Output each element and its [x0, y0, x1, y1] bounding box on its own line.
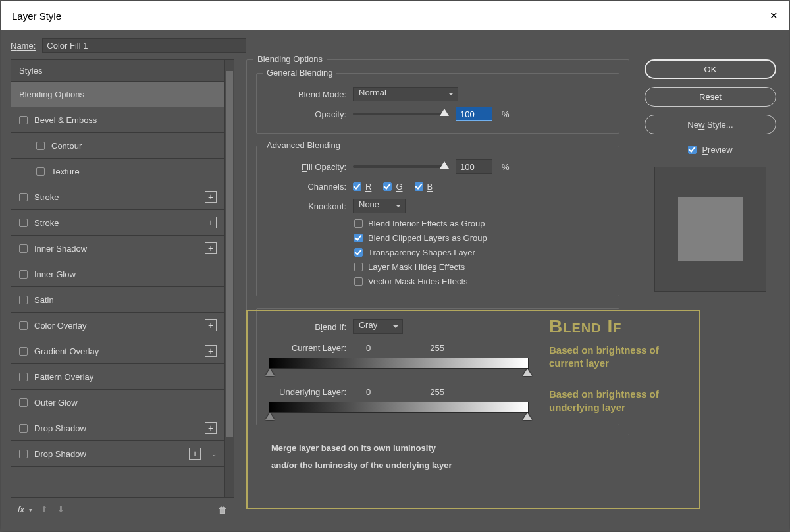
style-item-blending-options[interactable]: Blending Options: [11, 82, 224, 107]
style-checkbox[interactable]: [19, 244, 28, 253]
opacity-slider[interactable]: [353, 113, 445, 115]
gradient-handle-icon[interactable]: [523, 369, 532, 376]
ok-button[interactable]: OK: [645, 59, 776, 79]
options-panel: Blending Options General Blending Blend …: [246, 59, 629, 521]
name-label: Name:: [11, 41, 36, 51]
style-checkbox[interactable]: [19, 424, 28, 433]
knockout-select[interactable]: None: [353, 199, 406, 213]
style-label: Stroke: [34, 218, 59, 228]
style-label: Satin: [34, 295, 54, 305]
style-checkbox[interactable]: [19, 270, 28, 279]
blend-if-select[interactable]: Gray: [353, 319, 403, 334]
slider-thumb-icon[interactable]: [440, 109, 449, 116]
blend-clipped-label: Blend Clipped Layers as Group: [368, 233, 487, 243]
close-icon[interactable]: ✕: [770, 10, 778, 22]
channel-r-checkbox[interactable]: [353, 182, 361, 191]
add-effect-icon[interactable]: +: [205, 191, 217, 203]
underlying-layer-gradient[interactable]: [269, 402, 529, 413]
style-item-inner-glow[interactable]: Inner Glow: [11, 261, 224, 287]
style-checkbox[interactable]: [19, 373, 28, 381]
fx-menu-icon[interactable]: fx▾: [18, 504, 32, 514]
fill-opacity-unit: %: [502, 162, 510, 172]
style-checkbox[interactable]: [19, 321, 28, 330]
under-hi-value: 255: [430, 387, 444, 397]
styles-panel: StylesBlending OptionsBevel & EmbossCont…: [11, 59, 234, 521]
move-up-icon[interactable]: ⬆: [41, 504, 48, 514]
style-item-drop-shadow[interactable]: Drop Shadow+: [11, 415, 224, 441]
move-down-icon[interactable]: ⬇: [57, 504, 65, 514]
style-item-pattern-overlay[interactable]: Pattern Overlay: [11, 364, 224, 390]
style-checkbox[interactable]: [36, 142, 45, 150]
current-hi-value: 255: [430, 343, 444, 353]
style-label: Inner Shadow: [34, 244, 87, 253]
add-effect-icon[interactable]: +: [205, 217, 217, 228]
add-effect-icon[interactable]: +: [205, 422, 217, 434]
name-input[interactable]: [42, 38, 246, 53]
add-effect-icon[interactable]: +: [205, 319, 217, 331]
style-item-outer-glow[interactable]: Outer Glow: [11, 390, 224, 415]
style-checkbox[interactable]: [19, 116, 28, 124]
blending-options-group: Blending Options General Blending Blend …: [246, 59, 629, 435]
channels-label: Channels:: [266, 182, 346, 192]
style-checkbox[interactable]: [19, 450, 28, 458]
chevron-down-icon: ⌄: [211, 450, 217, 458]
trash-icon[interactable]: 🗑: [218, 504, 227, 515]
slider-thumb-icon[interactable]: [440, 161, 449, 169]
add-effect-icon[interactable]: +: [205, 242, 217, 254]
vector-mask-hides-checkbox[interactable]: [354, 277, 363, 286]
opacity-unit: %: [502, 109, 510, 119]
current-lo-value: 0: [366, 343, 371, 353]
add-effect-icon[interactable]: +: [205, 345, 217, 357]
transparency-shapes-checkbox[interactable]: [354, 248, 363, 257]
style-item-color-overlay[interactable]: Color Overlay+: [11, 313, 224, 338]
blend-clipped-checkbox[interactable]: [354, 234, 363, 242]
current-layer-gradient[interactable]: [269, 358, 529, 369]
gradient-handle-icon[interactable]: [265, 413, 275, 420]
style-item-drop-shadow[interactable]: Drop Shadow+⌄: [11, 441, 224, 467]
style-item-inner-shadow[interactable]: Inner Shadow+: [11, 236, 224, 261]
style-item-stroke[interactable]: Stroke+: [11, 184, 224, 210]
style-item-contour[interactable]: Contour: [11, 133, 224, 159]
style-item-stroke[interactable]: Stroke+: [11, 210, 224, 236]
style-checkbox[interactable]: [19, 296, 28, 304]
style-item-satin[interactable]: Satin: [11, 287, 224, 313]
preview-checkbox[interactable]: [688, 146, 697, 154]
style-checkbox[interactable]: [36, 167, 45, 176]
style-item-gradient-overlay[interactable]: Gradient Overlay+: [11, 338, 224, 364]
style-label: Texture: [51, 167, 80, 176]
style-label: Blending Options: [19, 90, 84, 99]
style-checkbox[interactable]: [19, 398, 28, 407]
blend-if-label: Blend If:: [266, 322, 346, 332]
layer-mask-hides-checkbox[interactable]: [354, 263, 363, 271]
style-item-bevel-emboss[interactable]: Bevel & Emboss: [11, 107, 224, 133]
blend-mode-select[interactable]: Normal: [353, 87, 458, 101]
underlying-layer-label: Underlying Layer:: [266, 387, 346, 397]
new-style-button[interactable]: New Style...: [645, 115, 776, 134]
fill-opacity-slider[interactable]: [353, 165, 445, 168]
style-checkbox[interactable]: [19, 219, 28, 227]
channel-b-checkbox[interactable]: [415, 182, 423, 191]
vector-mask-hides-label: Vector Mask Hides Effects: [368, 277, 468, 286]
channel-g-checkbox[interactable]: [383, 182, 392, 191]
preview-swatch: [678, 197, 743, 261]
blend-if-group: Blend If: Gray Current Layer: 0 255: [256, 308, 619, 425]
style-label: Bevel & Emboss: [34, 115, 97, 125]
style-label: Drop Shadow: [34, 423, 86, 433]
styles-scrollbar[interactable]: [224, 60, 234, 497]
style-label: Stroke: [34, 192, 59, 202]
style-checkbox[interactable]: [19, 347, 28, 356]
knockout-label: Knockout:: [266, 201, 346, 211]
add-effect-icon[interactable]: +: [189, 448, 201, 460]
gradient-handle-icon[interactable]: [523, 413, 532, 420]
style-item-texture[interactable]: Texture: [11, 159, 224, 184]
gradient-handle-icon[interactable]: [265, 369, 275, 376]
style-label: Contour: [51, 141, 82, 151]
blend-interior-checkbox[interactable]: [354, 219, 363, 228]
fill-opacity-input[interactable]: [456, 159, 492, 174]
style-checkbox[interactable]: [19, 193, 28, 201]
titlebar: Layer Style ✕: [1, 1, 789, 30]
opacity-input[interactable]: [456, 107, 492, 121]
reset-button[interactable]: Reset: [645, 87, 776, 107]
under-lo-value: 0: [366, 387, 371, 397]
preview-thumbnail: [654, 167, 766, 292]
